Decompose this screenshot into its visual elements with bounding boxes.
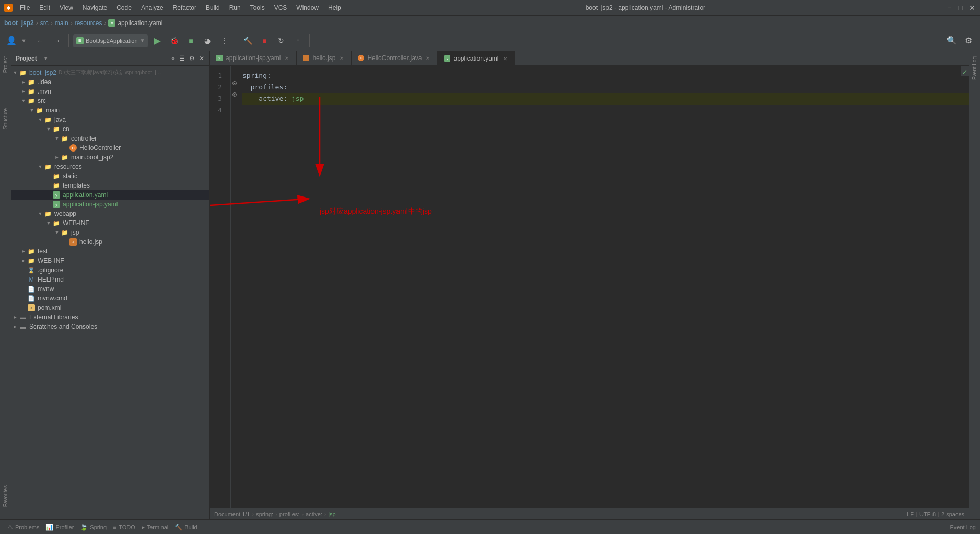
code-editor[interactable]: spring: profiles: active: jsp <box>238 66 969 508</box>
tab-application-yaml-label: application.yaml <box>453 55 498 62</box>
tree-webapp[interactable]: ▼ 📁 webapp <box>11 209 209 218</box>
search-everywhere-button[interactable]: 🔍 <box>944 33 959 48</box>
user-button[interactable]: 👤 <box>4 33 19 48</box>
menu-run[interactable]: Run <box>225 3 245 13</box>
bottom-bar: ⚠ Problems 📊 Profiler 🍃 Spring ≡ TODO ▸ … <box>0 519 980 534</box>
tree-static[interactable]: ► 📁 static <box>11 171 209 181</box>
tree-cn[interactable]: ▼ 📁 cn <box>11 124 209 134</box>
tree-src[interactable]: ▼ 📁 src <box>11 96 209 106</box>
project-settings-button[interactable]: ⚙ <box>188 54 196 63</box>
stop-button[interactable]: ■ <box>257 33 272 48</box>
tree-idea[interactable]: ► 📁 .idea <box>11 77 209 87</box>
favorites-panel-icon[interactable]: Favorites <box>2 483 9 509</box>
src-arrow: ▼ <box>20 97 27 105</box>
menu-view[interactable]: View <box>55 3 77 13</box>
tab-application-yaml[interactable]: y application.yaml ✕ <box>438 51 515 65</box>
tab-application-jsp-close[interactable]: ✕ <box>284 55 290 61</box>
breadcrumb-main[interactable]: main <box>55 19 68 27</box>
tree-hello-controller[interactable]: ► C HelloController <box>11 143 209 153</box>
run-button[interactable]: ▶ <box>150 33 165 48</box>
debug-button[interactable]: 🐞 <box>167 33 181 48</box>
menu-refactor[interactable]: Refactor <box>169 3 201 13</box>
tree-hello-jsp[interactable]: ► J hello.jsp <box>11 237 209 247</box>
cn-folder-icon: 📁 <box>52 125 61 133</box>
menu-window[interactable]: Window <box>292 3 323 13</box>
breadcrumb-resources[interactable]: resources <box>75 19 102 27</box>
tree-web-inf-root[interactable]: ► 📁 WEB-INF <box>11 256 209 265</box>
menu-file[interactable]: File <box>16 3 34 13</box>
mvn-folder-icon: 📁 <box>27 87 36 96</box>
tab-application-yaml-close[interactable]: ✕ <box>502 56 508 62</box>
tree-application-jsp-yaml[interactable]: ► y application-jsp.yaml <box>11 200 209 209</box>
maximize-button[interactable]: □ <box>957 4 964 11</box>
tree-java[interactable]: ▼ 📁 java <box>11 115 209 124</box>
menu-tools[interactable]: Tools <box>246 3 269 13</box>
problems-button[interactable]: ⚠ Problems <box>4 523 42 532</box>
menu-code[interactable]: Code <box>112 3 136 13</box>
menu-build[interactable]: Build <box>202 3 224 13</box>
project-collapse-button[interactable]: ☰ <box>178 54 186 63</box>
project-close-button[interactable]: ✕ <box>198 54 205 63</box>
menu-help[interactable]: Help <box>324 3 345 13</box>
tree-root[interactable]: ▼ 📁 boot_jsp2 D:\大三下学期\java学习\实训\spring\… <box>11 68 209 77</box>
breadcrumb-file[interactable]: application.yaml <box>118 19 162 27</box>
menu-navigate[interactable]: Navigate <box>78 3 111 13</box>
menu-edit[interactable]: Edit <box>35 3 54 13</box>
spring-button[interactable]: 🍃 Spring <box>77 523 110 532</box>
tab-application-jsp[interactable]: y application-jsp.yaml ✕ <box>210 51 297 65</box>
minimize-button[interactable]: − <box>946 4 953 11</box>
update-button[interactable]: ↑ <box>290 33 305 48</box>
tree-scratches[interactable]: ► ▬ Scratches and Consoles <box>11 322 209 331</box>
close-button[interactable]: ✕ <box>969 4 976 11</box>
tab-hello-jsp[interactable]: J hello.jsp ✕ <box>297 51 352 65</box>
coverage-button[interactable]: ■ <box>183 33 198 48</box>
breadcrumb-project[interactable]: boot_jsp2 <box>4 19 34 27</box>
profiler-button[interactable]: 📊 Profiler <box>42 523 77 532</box>
rerun-button[interactable]: ↻ <box>274 33 288 48</box>
menu-vcs[interactable]: VCS <box>270 3 291 13</box>
breadcrumb-src[interactable]: src <box>40 19 49 27</box>
event-log-icon[interactable]: Event Log <box>971 54 978 82</box>
back-button[interactable]: ← <box>33 33 48 48</box>
menu-analyze[interactable]: Analyze <box>137 3 168 13</box>
todo-button[interactable]: ≡ TODO <box>110 523 138 532</box>
tree-application-yaml[interactable]: ► y application.yaml <box>11 190 209 200</box>
tree-resources[interactable]: ▼ 📁 resources <box>11 162 209 171</box>
tree-controller[interactable]: ▼ 📁 controller <box>11 134 209 143</box>
tab-hello-controller-icon: C <box>358 55 364 61</box>
tree-mvnw[interactable]: ► 📄 mvnw <box>11 284 209 294</box>
tree-external-libs[interactable]: ► ▬ External Libraries <box>11 312 209 322</box>
build-button[interactable]: 🔨 Build <box>171 523 200 532</box>
run-config-dropdown[interactable]: B BootJsp2Application ▼ <box>73 34 148 47</box>
more-run-button[interactable]: ⋮ <box>217 33 231 48</box>
tree-mvn[interactable]: ► 📁 .mvn <box>11 87 209 96</box>
forward-button[interactable]: → <box>50 33 64 48</box>
gutter: ● ● <box>231 66 238 508</box>
tab-hello-controller-close[interactable]: ✕ <box>425 55 431 61</box>
editor-area[interactable]: 1 2 3 4 ● ● <box>210 66 969 508</box>
tree-pom-xml[interactable]: ► X pom.xml <box>11 303 209 312</box>
project-panel-icon[interactable]: Project <box>2 54 9 75</box>
structure-panel-icon[interactable]: Structure <box>2 106 9 132</box>
settings-button[interactable]: ⚙ <box>961 33 976 48</box>
tree-jsp[interactable]: ▼ 📁 jsp <box>11 228 209 237</box>
main-boot-folder-icon: 📁 <box>61 153 69 161</box>
tree-test[interactable]: ► 📁 test <box>11 247 209 256</box>
tree-mvnw-cmd[interactable]: ► 📄 mvnw.cmd <box>11 294 209 303</box>
project-locate-button[interactable]: ⌖ <box>170 54 176 63</box>
tree-main[interactable]: ▼ 📁 main <box>11 106 209 115</box>
help-md-icon: M <box>27 275 36 284</box>
tree-templates[interactable]: ► 📁 templates <box>11 181 209 190</box>
tree-help-md[interactable]: ► M HELP.md <box>11 275 209 284</box>
tree-main-boot[interactable]: ► 📁 main.boot_jsp2 <box>11 153 209 162</box>
build-button[interactable]: 🔨 <box>240 33 255 48</box>
terminal-button[interactable]: ▸ Terminal <box>138 523 172 532</box>
webapp-label: webapp <box>54 210 76 217</box>
problems-label: Problems <box>15 524 39 530</box>
tree-web-inf[interactable]: ▼ 📁 WEB-INF <box>11 218 209 228</box>
profile-button[interactable]: ◕ <box>200 33 215 48</box>
mvnw-cmd-label: mvnw.cmd <box>38 295 67 302</box>
tab-hello-controller[interactable]: C HelloController.java ✕ <box>352 51 438 65</box>
tree-gitignore[interactable]: ► ⌛ .gitignore <box>11 265 209 275</box>
tab-hello-jsp-close[interactable]: ✕ <box>339 55 345 61</box>
